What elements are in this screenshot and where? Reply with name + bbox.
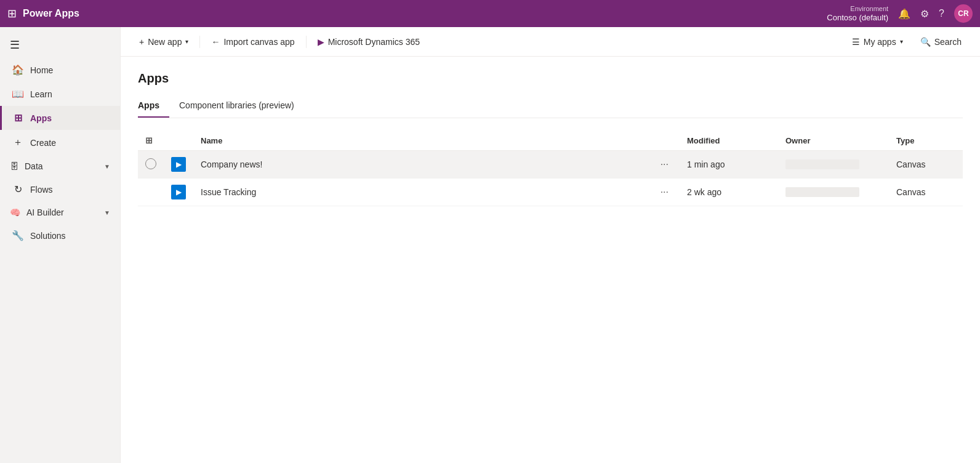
new-app-button[interactable]: + New app ▾ bbox=[133, 33, 195, 50]
page-content: Apps Apps Component libraries (preview) … bbox=[121, 57, 980, 463]
my-apps-button[interactable]: ☰ My apps ▾ bbox=[846, 33, 909, 50]
row-app-icon-cell: ▶ bbox=[164, 151, 193, 179]
solutions-icon: 🔧 bbox=[12, 230, 24, 241]
my-apps-label: My apps bbox=[864, 37, 896, 47]
sidebar-item-home[interactable]: 🏠 Home bbox=[0, 58, 120, 82]
tab-component-libraries[interactable]: Component libraries (preview) bbox=[179, 95, 304, 118]
row-name-cell[interactable]: Issue Tracking bbox=[193, 179, 649, 206]
th-modified[interactable]: Modified bbox=[680, 131, 778, 151]
sidebar-toggle-button[interactable]: ☰ bbox=[0, 32, 120, 58]
sidebar-item-learn-label: Learn bbox=[30, 89, 52, 99]
sidebar-item-data[interactable]: 🗄 Data ▼ bbox=[0, 155, 120, 177]
main-content: + New app ▾ ← Import canvas app ▶ Micros… bbox=[121, 27, 980, 463]
th-icon-col bbox=[164, 131, 193, 151]
row-checkbox-cell bbox=[138, 179, 164, 206]
sidebar-item-create[interactable]: ＋ Create bbox=[0, 130, 120, 155]
environment-label: Environment bbox=[827, 5, 888, 13]
new-app-label: New app bbox=[148, 37, 182, 47]
settings-icon[interactable]: ⚙ bbox=[920, 8, 929, 20]
tabs: Apps Component libraries (preview) bbox=[138, 95, 963, 118]
ai-builder-expand-icon: ▼ bbox=[104, 209, 110, 216]
sidebar-item-solutions[interactable]: 🔧 Solutions bbox=[0, 223, 120, 248]
sidebar-item-solutions-label: Solutions bbox=[30, 231, 66, 241]
ai-builder-icon: 🧠 bbox=[10, 207, 20, 217]
sidebar: ☰ 🏠 Home 📖 Learn ⊞ Apps ＋ Create 🗄 Data … bbox=[0, 27, 121, 463]
table-row: ▶ Issue Tracking ··· 2 wk ago bbox=[138, 179, 963, 206]
row-owner-cell bbox=[778, 179, 889, 206]
sidebar-item-create-label: Create bbox=[30, 138, 56, 148]
search-label: Search bbox=[934, 37, 962, 47]
row-modified-cell: 1 min ago bbox=[680, 151, 778, 179]
dynamics-label: Microsoft Dynamics 365 bbox=[328, 37, 420, 47]
row-checkbox[interactable] bbox=[145, 158, 156, 169]
row-more-button[interactable]: ··· bbox=[657, 158, 672, 171]
row-owner-cell bbox=[778, 151, 889, 179]
th-more bbox=[649, 131, 680, 151]
th-name: Name bbox=[193, 131, 649, 151]
sidebar-item-learn[interactable]: 📖 Learn bbox=[0, 82, 120, 106]
apps-icon: ⊞ bbox=[12, 112, 24, 124]
help-icon[interactable]: ? bbox=[939, 8, 944, 19]
row-name-cell[interactable]: Company news! bbox=[193, 151, 649, 179]
row-more-button[interactable]: ··· bbox=[657, 185, 672, 199]
row-checkbox-cell bbox=[138, 151, 164, 179]
home-icon: 🏠 bbox=[12, 64, 24, 76]
my-apps-list-icon: ☰ bbox=[852, 37, 860, 47]
data-icon: 🗄 bbox=[10, 161, 18, 171]
search-button[interactable]: 🔍 Search bbox=[914, 33, 968, 50]
page-title: Apps bbox=[138, 71, 963, 86]
toolbar-separator-2 bbox=[306, 36, 307, 48]
flows-icon: ↻ bbox=[12, 183, 24, 195]
th-type: Type bbox=[889, 131, 963, 151]
sidebar-item-apps[interactable]: ⊞ Apps bbox=[0, 106, 120, 130]
environment-selector[interactable]: Environment Contoso (default) bbox=[827, 5, 888, 22]
data-expand-icon: ▼ bbox=[104, 163, 110, 170]
sidebar-item-data-label: Data bbox=[25, 161, 43, 171]
notifications-icon[interactable]: 🔔 bbox=[898, 8, 910, 20]
environment-name: Contoso (default) bbox=[827, 13, 888, 22]
topbar: ⊞ Power Apps Environment Contoso (defaul… bbox=[0, 0, 980, 27]
import-canvas-label: Import canvas app bbox=[223, 37, 294, 47]
app-title: Power Apps bbox=[23, 8, 79, 19]
row-app-icon-cell: ▶ bbox=[164, 179, 193, 206]
new-app-chevron-icon: ▾ bbox=[185, 38, 188, 45]
apps-table: ⊞ Name Modified Owner bbox=[138, 131, 963, 206]
row-type-cell: Canvas bbox=[889, 151, 963, 179]
search-icon: 🔍 bbox=[920, 37, 931, 47]
column-selector-icon[interactable]: ⊞ bbox=[145, 135, 153, 145]
sidebar-item-home-label: Home bbox=[30, 65, 53, 75]
learn-icon: 📖 bbox=[12, 88, 24, 100]
row-more-cell: ··· bbox=[649, 179, 680, 206]
dynamics-button[interactable]: ▶ Microsoft Dynamics 365 bbox=[311, 33, 426, 50]
import-icon: ← bbox=[211, 37, 220, 47]
tab-apps[interactable]: Apps bbox=[138, 95, 169, 118]
app-icon: ▶ bbox=[171, 185, 186, 199]
sidebar-item-flows[interactable]: ↻ Flows bbox=[0, 177, 120, 201]
row-type-cell: Canvas bbox=[889, 179, 963, 206]
app-icon: ▶ bbox=[171, 157, 186, 172]
th-owner: Owner bbox=[778, 131, 889, 151]
toolbar-separator-1 bbox=[199, 36, 200, 48]
table-row: ▶ Company news! ··· 1 min ago bbox=[138, 151, 963, 179]
owner-placeholder bbox=[785, 159, 859, 169]
create-icon: ＋ bbox=[12, 136, 24, 149]
sidebar-item-ai-builder-label: AI Builder bbox=[26, 207, 64, 217]
toolbar: + New app ▾ ← Import canvas app ▶ Micros… bbox=[121, 27, 980, 57]
waffle-menu-icon[interactable]: ⊞ bbox=[7, 7, 17, 20]
user-avatar[interactable]: CR bbox=[954, 4, 973, 23]
row-modified-cell: 2 wk ago bbox=[680, 179, 778, 206]
my-apps-chevron-icon: ▾ bbox=[900, 38, 903, 45]
import-canvas-button[interactable]: ← Import canvas app bbox=[205, 33, 300, 50]
sidebar-item-flows-label: Flows bbox=[30, 185, 53, 195]
row-more-cell: ··· bbox=[649, 151, 680, 179]
plus-icon: + bbox=[139, 37, 144, 47]
dynamics-play-icon: ▶ bbox=[318, 37, 324, 47]
th-checkbox: ⊞ bbox=[138, 131, 164, 151]
sidebar-item-ai-builder[interactable]: 🧠 AI Builder ▼ bbox=[0, 201, 120, 223]
sidebar-item-apps-label: Apps bbox=[30, 113, 52, 123]
owner-placeholder bbox=[785, 187, 859, 197]
